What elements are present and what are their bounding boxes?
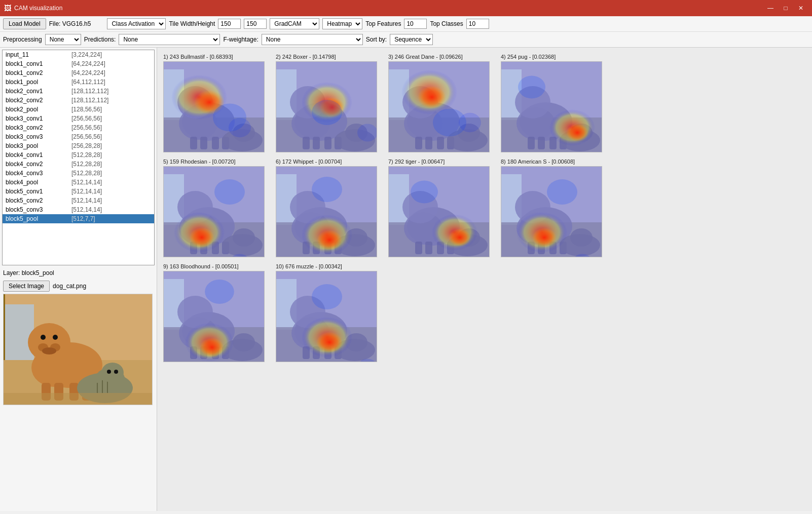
layer-row[interactable]: block3_conv1[256,56,56] [3, 114, 154, 123]
cam-image[interactable] [501, 61, 602, 152]
layer-name: block5_conv1 [6, 188, 71, 195]
cam-label: 6) 172 Whippet - [0.00704] [276, 159, 382, 165]
cam-image[interactable] [388, 61, 490, 152]
layer-row[interactable]: block2_pool[128,56,56] [3, 105, 154, 114]
layer-row[interactable]: block3_pool[256,28,28] [3, 141, 154, 150]
layer-shape: [3,224,224] [71, 51, 102, 58]
cam-image[interactable] [163, 166, 265, 257]
preprocessing-select[interactable]: None VGG16 ResNet [45, 34, 81, 45]
svg-point-178 [200, 338, 224, 357]
cam-image[interactable] [501, 166, 602, 257]
preprocessing-label: Preprocessing [3, 36, 42, 43]
predictions-select[interactable]: None [119, 34, 220, 45]
layer-name: block1_pool [6, 78, 71, 86]
svg-rect-52 [303, 137, 310, 149]
heatmap-select[interactable]: Heatmap Jet Hot [322, 18, 362, 29]
layer-shape: [128,112,112] [71, 88, 108, 95]
svg-point-108 [233, 228, 255, 247]
load-model-button[interactable]: Load Model [3, 18, 46, 29]
layer-row[interactable]: block5_pool[512,7,7] [3, 214, 154, 223]
svg-rect-69 [415, 137, 422, 149]
cam-image[interactable] [276, 166, 377, 257]
layer-shape: [512,28,28] [71, 170, 102, 177]
svg-rect-35 [190, 137, 197, 149]
layer-row[interactable]: block1_conv1[64,224,224] [3, 59, 154, 68]
cam-image[interactable] [276, 61, 377, 152]
titlebar-left: 🖼 CAM visualization [4, 4, 62, 12]
sort-by-select[interactable]: Sequence Score Class [390, 34, 433, 45]
cam-item: 10) 676 muzzle - [0.00342] [276, 263, 382, 362]
cam-image[interactable] [163, 271, 265, 362]
svg-point-93 [566, 124, 588, 141]
image-filename: dog_cat.png [53, 283, 86, 290]
svg-point-10 [41, 335, 46, 340]
layer-row[interactable]: input_11[3,224,224] [3, 50, 154, 59]
layer-row[interactable]: block4_conv2[512,28,28] [3, 160, 154, 169]
layer-row[interactable]: block1_pool[64,112,112] [3, 77, 154, 87]
layer-name: block2_conv2 [6, 97, 71, 104]
class-activation-select[interactable]: Class Activation GradCAM SmoothGrad [107, 18, 166, 29]
svg-point-161 [532, 228, 557, 247]
layer-row[interactable]: block2_conv2[128,112,112] [3, 96, 154, 105]
svg-rect-27 [4, 393, 153, 405]
layer-name: block3_conv2 [6, 124, 71, 131]
layer-shape: [512,28,28] [71, 151, 102, 159]
layer-row[interactable]: block3_conv3[256,56,56] [3, 132, 154, 141]
cam-label: 5) 159 Rhodesian - [0.00720] [163, 159, 270, 165]
titlebar: 🖼 CAM visualization — □ ✕ [0, 0, 812, 16]
cam-label: 9) 163 Bloodhound - [0.00501] [163, 263, 270, 269]
select-image-button[interactable]: Select Image [3, 281, 50, 292]
cam-item: 5) 159 Rhodesian - [0.00720] [163, 159, 270, 257]
cam-image[interactable] [276, 271, 377, 362]
cam-label: 8) 180 American S - [0.00608] [501, 159, 607, 165]
f-weightage-select[interactable]: None [262, 34, 363, 45]
close-button[interactable]: ✕ [794, 1, 808, 15]
layer-list[interactable]: input_11[3,224,224]block1_conv1[64,224,2… [2, 50, 155, 265]
layer-info: Layer: block5_pool [0, 267, 157, 279]
cam-label: 2) 242 Boxer - [0.14798] [276, 54, 382, 60]
right-panel[interactable]: 1) 243 Bullmastif - [0.68393] [157, 48, 812, 511]
svg-point-144 [449, 228, 471, 246]
layer-row[interactable]: block1_conv2[64,224,224] [3, 68, 154, 77]
top-features-input[interactable]: 10 [404, 19, 427, 29]
toolbar1: Load Model File: VGG16.h5 Class Activati… [0, 16, 812, 32]
toolbar2: Preprocessing None VGG16 ResNet Predicti… [0, 32, 812, 48]
layer-row[interactable]: block5_conv1[512,14,14] [3, 187, 154, 196]
layer-row[interactable]: block4_pool[512,14,14] [3, 178, 154, 187]
layer-name: block5_conv3 [6, 206, 71, 213]
tile-width-input[interactable]: 150 [218, 19, 241, 29]
layer-row[interactable]: block2_conv1[128,112,112] [3, 87, 154, 96]
cam-label: 10) 676 muzzle - [0.00342] [276, 263, 382, 269]
layer-row[interactable]: block3_conv2[256,56,56] [3, 123, 154, 132]
layer-row[interactable]: block5_conv2[512,14,14] [3, 196, 154, 205]
layer-shape: [256,56,56] [71, 124, 102, 131]
left-panel: input_11[3,224,224]block1_conv1[64,224,2… [0, 48, 157, 511]
svg-point-26 [114, 370, 118, 374]
svg-rect-54 [324, 137, 331, 149]
minimize-button[interactable]: — [763, 1, 778, 15]
svg-point-94 [518, 76, 545, 99]
cam-grid: 1) 243 Bullmastif - [0.68393] [161, 52, 808, 364]
layer-name: block2_conv1 [6, 88, 71, 95]
cam-item: 4) 254 pug - [0.02368] [501, 54, 607, 152]
cam-image[interactable] [163, 61, 265, 152]
cam-item: 1) 243 Bullmastif - [0.68393] [163, 54, 270, 152]
layer-shape: [64,224,224] [71, 69, 105, 76]
gradcam-select[interactable]: GradCAM GradCAM++ ScoreCAM [270, 18, 319, 29]
svg-point-127 [317, 230, 342, 250]
maximize-button[interactable]: □ [779, 1, 793, 15]
svg-point-78 [459, 113, 481, 133]
cam-image[interactable] [388, 166, 490, 257]
sort-by-label: Sort by: [366, 36, 387, 43]
layer-shape: [64,112,112] [71, 78, 105, 86]
layer-row[interactable]: block5_conv3[512,14,14] [3, 205, 154, 214]
layer-row[interactable]: block4_conv3[512,28,28] [3, 169, 154, 178]
svg-point-12 [42, 347, 56, 354]
layer-row[interactable]: block4_conv1[512,28,28] [3, 150, 154, 160]
cam-label: 1) 243 Bullmastif - [0.68393] [163, 54, 270, 60]
svg-point-11 [53, 335, 58, 340]
cam-label: 4) 254 pug - [0.02368] [501, 54, 607, 60]
top-classes-input[interactable]: 10 [466, 19, 489, 29]
tile-height-input[interactable]: 150 [244, 19, 267, 29]
cam-label: 7) 292 tiger - [0.00647] [388, 159, 495, 165]
